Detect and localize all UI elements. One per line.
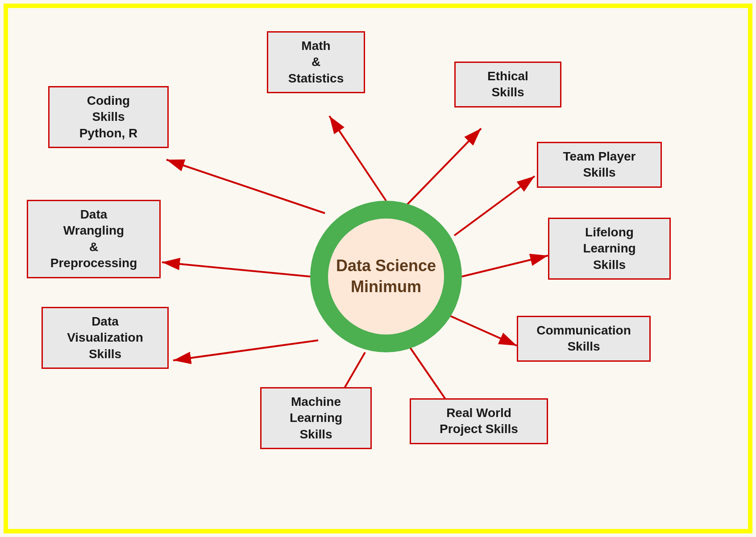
svg-line-2 (454, 176, 535, 235)
outer-border: Data Science Minimum Math&Statistics Eth… (4, 4, 752, 533)
skill-ethical: EthicalSkills (454, 62, 561, 107)
center-label: Data Science Minimum (328, 256, 444, 297)
svg-line-3 (462, 256, 548, 277)
skill-dataviz: DataVisualizationSkills (42, 307, 169, 369)
svg-line-7 (173, 340, 318, 360)
skill-coding: CodingSkillsPython, R (48, 86, 169, 148)
skill-communication: CommunicationSkills (517, 316, 651, 362)
center-circle: Data Science Minimum (310, 201, 462, 352)
skill-realworld: Real WorldProject Skills (410, 398, 548, 444)
skill-team: Team PlayerSkills (537, 142, 662, 188)
center-inner: Data Science Minimum (328, 219, 444, 335)
skill-math: Math&Statistics (267, 31, 365, 93)
svg-line-1 (405, 128, 481, 207)
svg-line-0 (329, 116, 386, 201)
skill-ml: MachineLearningSkills (260, 387, 372, 449)
svg-line-4 (450, 316, 517, 346)
skill-wrangling: DataWrangling&Preprocessing (27, 200, 161, 278)
svg-line-9 (166, 160, 325, 213)
svg-line-8 (162, 262, 310, 277)
page-wrapper: Data Science Minimum Math&Statistics Eth… (0, 0, 756, 537)
skill-lifelong: LifelongLearningSkills (548, 218, 671, 280)
